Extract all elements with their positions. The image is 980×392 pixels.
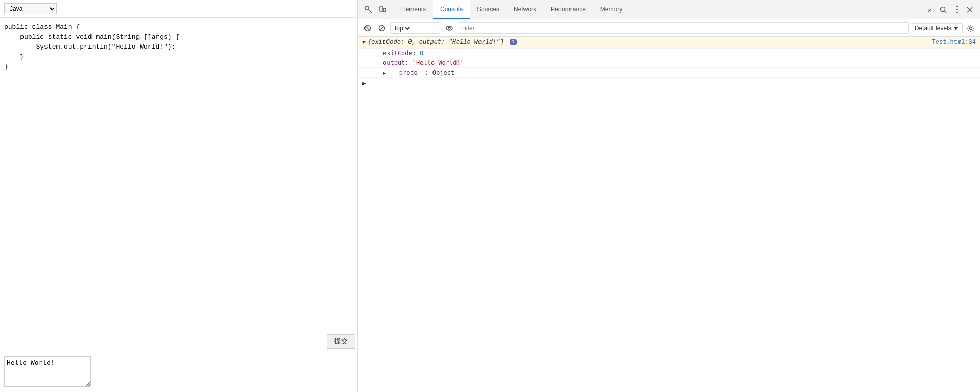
expand-arrow[interactable]: ▼ [362, 40, 366, 45]
log-prop-exitcode: exitCode: 0 [358, 49, 980, 58]
context-select-wrapper: top [390, 22, 441, 34]
svg-line-11 [380, 26, 384, 30]
log-count-badge: 1 [510, 39, 517, 45]
left-panel: Java Python JavaScript C++ C# public cla… [0, 0, 358, 392]
log-prop-proto: ▶ __proto__: Object [358, 68, 980, 78]
ban-icon[interactable] [376, 22, 388, 34]
tab-memory[interactable]: Memory [593, 0, 629, 19]
editor-bottom: 提交 [0, 332, 357, 351]
svg-rect-2 [380, 7, 383, 11]
output-row: Hello World! [0, 351, 357, 392]
svg-line-9 [366, 26, 370, 30]
console-prompt-row: ▶ [358, 78, 980, 89]
devtools-tab-icons [358, 4, 393, 16]
eye-icon[interactable] [443, 22, 455, 34]
svg-line-1 [369, 10, 372, 13]
filter-input[interactable] [458, 22, 909, 34]
tab-console[interactable]: Console [433, 0, 470, 19]
tab-performance[interactable]: Performance [543, 0, 593, 19]
svg-point-12 [446, 26, 452, 30]
console-output: ▼ {exitCode: 0, output: "Hello World!"} … [358, 37, 980, 392]
devtools-more: » ⋮ [924, 4, 980, 16]
more-tabs-icon[interactable]: » [924, 4, 936, 16]
devtools-panel: Elements Console Sources Network Perform… [358, 0, 980, 392]
svg-rect-0 [366, 7, 369, 10]
proto-expand-arrow[interactable]: ▶ [383, 70, 386, 76]
device-icon[interactable] [377, 4, 389, 16]
settings-icon[interactable] [965, 22, 977, 34]
default-levels-selector[interactable]: Default levels ▼ [911, 23, 963, 33]
svg-rect-3 [383, 8, 386, 12]
svg-line-5 [945, 11, 947, 13]
svg-point-4 [941, 7, 945, 11]
devtools-menu-icon[interactable]: ⋮ [950, 4, 963, 16]
console-toolbar: top Default levels ▼ [358, 19, 980, 37]
inspect-icon[interactable] [362, 4, 375, 16]
language-select[interactable]: Java Python JavaScript C++ C# [4, 3, 57, 14]
output-area[interactable]: Hello World! [4, 356, 91, 387]
log-prop-output: output: "Hello World!" [358, 58, 980, 68]
tab-elements[interactable]: Elements [393, 0, 433, 19]
log-content: {exitCode: 0, output: "Hello World!"} 1 [368, 39, 932, 46]
log-source-link[interactable]: Test.html:34 [932, 39, 976, 46]
log-entry-object: ▼ {exitCode: 0, output: "Hello World!"} … [358, 37, 980, 49]
devtools-topbar: Elements Console Sources Network Perform… [358, 0, 980, 19]
code-editor[interactable]: public class Main { public static void m… [0, 18, 357, 332]
clear-console-button[interactable] [361, 22, 374, 34]
context-select[interactable]: top [393, 24, 412, 32]
language-selector: Java Python JavaScript C++ C# [0, 0, 357, 18]
submit-button[interactable]: 提交 [327, 334, 355, 349]
tab-sources[interactable]: Sources [470, 0, 507, 19]
svg-point-14 [970, 27, 972, 29]
editor-wrapper: public class Main { public static void m… [0, 18, 357, 351]
tab-network[interactable]: Network [507, 0, 543, 19]
svg-point-13 [448, 27, 450, 29]
prompt-arrow: ▶ [362, 80, 366, 87]
search-icon[interactable] [937, 4, 949, 16]
log-text: {exitCode: 0, output: "Hello World!"} [368, 39, 504, 46]
close-devtools-icon[interactable] [964, 4, 976, 16]
